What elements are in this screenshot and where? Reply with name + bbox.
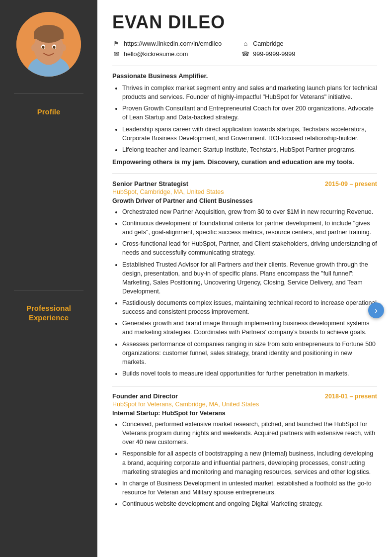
experience-2: Founder and Director 2018-01 – present H… [112, 392, 377, 508]
experience-1: Senior Partner Strategist 2015-09 – pres… [112, 180, 377, 378]
exp-1-bullet-4: Established Trusted Advisor for all Part… [122, 260, 377, 296]
email-item: ✉ hello@kickresume.com [112, 50, 222, 58]
linkedin-item: ⚑ https://www.linkedin.com/in/emdileo [112, 40, 222, 47]
profile-bullet-3: Leadership spans career with direct appl… [122, 125, 377, 143]
exp-2-date: 2018-01 – present [325, 393, 377, 400]
header-divider [112, 66, 377, 66]
exp-1-header: Senior Partner Strategist 2015-09 – pres… [112, 180, 377, 187]
profile-bullets: Thrives in complex market segment entry … [112, 84, 377, 154]
exp-1-bullet-2: Continuous development of foundational c… [122, 219, 377, 237]
exp-2-bullet-1: Conceived, performed extensive market re… [122, 420, 377, 447]
profile-tagline: Empowering others is my jam. Discovery, … [112, 158, 377, 166]
avatar [16, 12, 81, 77]
exp-divider-2 [112, 386, 377, 386]
exp-1-date: 2015-09 – present [325, 181, 377, 187]
exp-1-bullet-1: Orchestrated new Partner Acquisition, gr… [122, 207, 377, 216]
resume-wrapper: Profile Professional Experience EVAN DIL… [0, 0, 392, 557]
exp-2-bullets: Conceived, performed extensive market re… [112, 420, 377, 508]
sidebar-divider-profile [14, 93, 83, 94]
scroll-next-button[interactable]: › [368, 302, 384, 318]
sidebar-divider-exp [14, 290, 83, 290]
phone-value: 999-9999-9999 [253, 51, 295, 58]
svg-rect-5 [34, 34, 64, 39]
exp-2-bullet-2: Responsible for all aspects of bootstrap… [122, 449, 377, 476]
sidebar: Profile Professional Experience [0, 0, 97, 557]
main-content-wrapper: EVAN DILEO ⚑ https://www.linkedin.com/in… [112, 12, 377, 508]
email-value: hello@kickresume.com [124, 51, 188, 58]
profile-section: Passionate Business Amplifier. Thrives i… [112, 72, 377, 166]
exp-1-bullet-3: Cross-functional lead for HubSpot, Partn… [122, 239, 377, 257]
exp-1-bullet-7: Assesses performance of companies rangin… [122, 340, 377, 367]
linkedin-url: https://www.linkedin.com/in/emdileo [124, 40, 222, 47]
svg-point-10 [31, 44, 36, 51]
exp-1-subtitle: Growth Driver of Partner and Client Busi… [112, 197, 377, 204]
profile-bullet-4: Lifelong teacher and learner: Startup In… [122, 145, 377, 154]
email-icon: ✉ [112, 50, 120, 58]
exp-2-header: Founder and Director 2018-01 – present [112, 392, 377, 400]
main-content: EVAN DILEO ⚑ https://www.linkedin.com/in… [97, 0, 392, 557]
exp-1-bullet-5: Fastidiously documents complex issues, m… [122, 298, 377, 316]
sidebar-profile-label: Profile [31, 103, 67, 121]
exp-2-title: Founder and Director [112, 392, 178, 400]
svg-point-9 [53, 46, 56, 49]
exp-2-company: HubSpot for Veterans, Cambridge, MA, Uni… [112, 401, 377, 408]
exp-divider-1 [112, 174, 377, 174]
exp-2-subtitle: Internal Startup: HubSpot for Veterans [112, 410, 377, 417]
location-icon: ⌂ [241, 40, 249, 47]
exp-1-title: Senior Partner Strategist [112, 180, 188, 187]
phone-item: ☎ 999-9999-9999 [241, 50, 295, 58]
city-item: ⌂ Cambridge [241, 40, 295, 47]
phone-icon: ☎ [241, 50, 249, 58]
contact-col-right: ⌂ Cambridge ☎ 999-9999-9999 [241, 40, 295, 58]
profile-intro: Passionate Business Amplifier. [112, 72, 377, 80]
exp-2-bullet-4: Continuous website development and ongoi… [122, 499, 377, 508]
city-value: Cambridge [253, 40, 283, 47]
linkedin-icon: ⚑ [112, 40, 120, 47]
contact-row: ⚑ https://www.linkedin.com/in/emdileo ✉ … [112, 40, 377, 58]
exp-1-bullet-8: Builds novel tools to measure ideal oppo… [122, 369, 377, 378]
candidate-name: EVAN DILEO [112, 12, 377, 33]
svg-point-11 [61, 44, 66, 51]
exp-2-bullet-3: In charge of Business Development in unt… [122, 479, 377, 497]
svg-point-8 [42, 46, 45, 49]
exp-1-bullets: Orchestrated new Partner Acquisition, gr… [112, 207, 377, 378]
sidebar-experience-label: Professional Experience [20, 299, 77, 327]
exp-1-company: HubSpot, Cambridge, MA, United States [112, 188, 377, 195]
exp-1-bullet-6: Generates growth and brand image through… [122, 319, 377, 337]
contact-col-left: ⚑ https://www.linkedin.com/in/emdileo ✉ … [112, 40, 222, 58]
profile-bullet-2: Proven Growth Consultant and Entrepreneu… [122, 104, 377, 122]
profile-bullet-1: Thrives in complex market segment entry … [122, 84, 377, 101]
